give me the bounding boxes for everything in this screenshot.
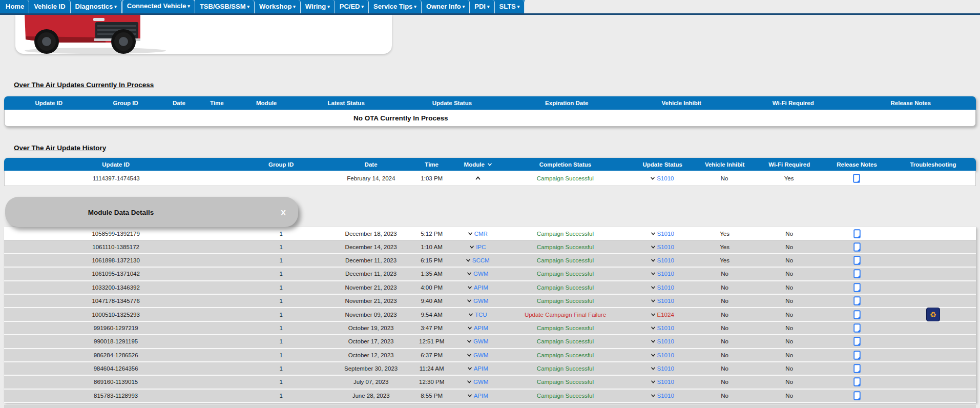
release-notes-icon[interactable] — [853, 269, 861, 278]
chevron-down-icon[interactable] — [651, 354, 655, 357]
chevron-down-icon[interactable] — [467, 380, 471, 383]
nav-tab-pc-ed[interactable]: PC/ED▾ — [335, 0, 369, 13]
chevron-down-icon[interactable] — [651, 367, 655, 370]
update-status-link[interactable]: S1010 — [657, 175, 674, 181]
release-notes-icon[interactable] — [853, 229, 861, 238]
column-header-expiration-date[interactable]: Expiration Date — [511, 96, 622, 110]
module-link[interactable]: CMR — [474, 231, 488, 237]
module-link[interactable]: APIM — [474, 393, 488, 399]
chevron-down-icon[interactable] — [651, 232, 655, 235]
column-header-time[interactable]: Time — [200, 96, 233, 110]
release-notes-icon[interactable] — [853, 351, 861, 360]
chevron-down-icon[interactable] — [470, 246, 474, 249]
module-link[interactable]: GWM — [473, 271, 488, 277]
chevron-down-icon[interactable] — [651, 327, 655, 330]
chevron-down-icon[interactable] — [467, 272, 471, 275]
column-header-time[interactable]: Time — [407, 158, 456, 171]
module-link[interactable]: GWM — [473, 352, 488, 358]
update-status-link[interactable]: S1010 — [657, 338, 674, 344]
chevron-down-icon[interactable] — [651, 299, 655, 302]
update-status-link[interactable]: S1010 — [657, 284, 674, 291]
chevron-down-icon[interactable] — [467, 340, 471, 343]
column-header-date[interactable]: Date — [335, 158, 407, 171]
release-notes-icon[interactable] — [853, 296, 861, 305]
update-status-link[interactable]: S1010 — [657, 379, 674, 385]
update-status-link[interactable]: S1010 — [657, 393, 674, 399]
release-notes-icon[interactable] — [853, 337, 861, 346]
nav-tab-connected-vehicle[interactable]: Connected Vehicle▾ — [122, 0, 195, 13]
update-status-link[interactable]: S1010 — [657, 271, 674, 277]
update-status-link[interactable]: S1010 — [657, 352, 674, 358]
release-notes-icon[interactable] — [853, 283, 861, 292]
module-link[interactable]: GWM — [473, 379, 488, 385]
nav-tab-workshop[interactable]: Workshop▾ — [255, 0, 301, 13]
chevron-up-icon[interactable] — [475, 176, 481, 180]
column-header-vehicle-inhibit[interactable]: Vehicle Inhibit — [622, 96, 740, 110]
release-notes-icon[interactable] — [853, 242, 861, 252]
update-status-link[interactable]: E1024 — [657, 312, 674, 318]
module-link[interactable]: APIM — [474, 284, 488, 291]
column-header-release-notes[interactable]: Release Notes — [846, 96, 976, 110]
column-header-release-notes[interactable]: Release Notes — [823, 158, 890, 171]
column-header-update-status[interactable]: Update Status — [631, 158, 694, 171]
troubleshooting-recycle-icon[interactable]: ♻ — [926, 308, 940, 321]
chevron-down-icon[interactable] — [651, 286, 655, 289]
chevron-down-icon[interactable] — [651, 313, 655, 316]
nav-tab-service-tips[interactable]: Service Tips▾ — [369, 0, 422, 13]
chevron-down-icon[interactable] — [468, 232, 472, 235]
module-link[interactable]: SCCM — [472, 257, 490, 263]
chevron-down-icon[interactable] — [651, 259, 655, 262]
chevron-down-icon[interactable] — [468, 286, 472, 289]
nav-tab-tsb-gsb-ssm[interactable]: TSB/GSB/SSM▾ — [195, 0, 255, 13]
release-notes-icon[interactable] — [853, 364, 861, 373]
chevron-down-icon[interactable] — [467, 354, 471, 357]
chevron-down-icon[interactable] — [651, 340, 655, 343]
column-header-completion-status[interactable]: Completion Status — [499, 158, 631, 171]
chevron-down-icon[interactable] — [467, 299, 471, 302]
module-link[interactable]: IPC — [476, 244, 486, 250]
chevron-down-icon[interactable] — [468, 394, 472, 397]
nav-tab-wiring[interactable]: Wiring▾ — [301, 0, 335, 13]
module-link[interactable]: APIM — [474, 365, 488, 372]
close-icon[interactable]: X — [281, 208, 286, 216]
update-status-link[interactable]: S1010 — [657, 244, 674, 250]
column-header-group-id[interactable]: Group ID — [227, 158, 335, 171]
update-status-link[interactable]: S1010 — [657, 298, 674, 304]
chevron-down-icon[interactable] — [469, 313, 473, 316]
chevron-down-icon[interactable] — [651, 177, 655, 180]
release-notes-icon[interactable] — [853, 323, 861, 333]
nav-tab-pdi[interactable]: PDI▾ — [470, 0, 494, 13]
column-header-wi-fi-required[interactable]: Wi-Fi Required — [741, 96, 846, 110]
nav-tab-diagnostics[interactable]: Diagnostics▾ — [71, 0, 122, 13]
update-status-link[interactable]: S1010 — [657, 325, 674, 331]
update-status-link[interactable]: S1010 — [657, 257, 674, 263]
column-header-update-id[interactable]: Update ID — [4, 96, 94, 110]
update-status-link[interactable]: S1010 — [657, 231, 674, 237]
column-header-date[interactable]: Date — [158, 96, 200, 110]
chevron-down-icon[interactable] — [651, 394, 655, 397]
nav-tab-owner-info[interactable]: Owner Info▾ — [422, 0, 470, 13]
release-notes-icon[interactable] — [853, 174, 860, 183]
chevron-down-icon[interactable] — [651, 380, 655, 383]
column-header-wi-fi-required[interactable]: Wi-Fi Required — [755, 158, 823, 171]
chevron-down-icon[interactable] — [468, 327, 472, 330]
column-header-module[interactable]: Module — [456, 158, 499, 171]
module-link[interactable]: GWM — [473, 338, 488, 344]
update-status-link[interactable]: S1010 — [657, 365, 674, 372]
release-notes-icon[interactable] — [853, 377, 861, 386]
column-header-update-status[interactable]: Update Status — [393, 96, 511, 110]
module-link[interactable]: GWM — [473, 298, 488, 304]
release-notes-icon[interactable] — [853, 310, 861, 319]
column-header-troubleshooting[interactable]: Troubleshooting — [890, 158, 976, 171]
nav-tab-vehicle-id[interactable]: Vehicle ID — [29, 0, 70, 13]
in-process-section-title[interactable]: Over The Air Updates Currently In Proces… — [14, 81, 154, 89]
column-header-vehicle-inhibit[interactable]: Vehicle Inhibit — [694, 158, 756, 171]
chevron-down-icon[interactable] — [651, 272, 655, 275]
module-link[interactable]: APIM — [474, 325, 488, 331]
history-section-title[interactable]: Over The Air Update History — [14, 144, 106, 152]
column-header-module[interactable]: Module — [234, 96, 300, 110]
nav-tab-home[interactable]: Home — [1, 0, 29, 13]
release-notes-icon[interactable] — [853, 391, 861, 400]
nav-tab-slts[interactable]: SLTS▾ — [495, 0, 525, 13]
module-link[interactable]: TCU — [475, 312, 487, 318]
